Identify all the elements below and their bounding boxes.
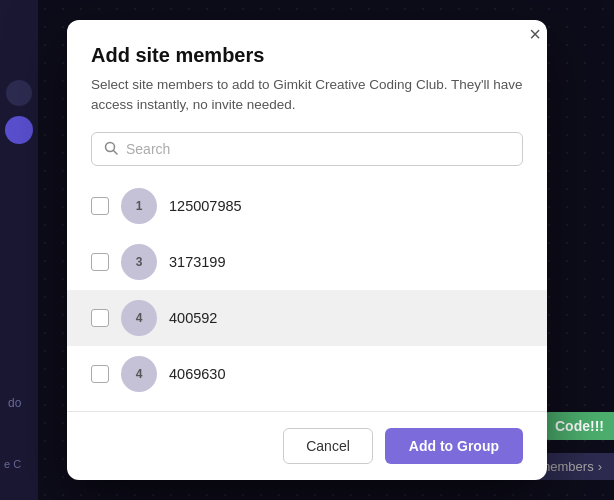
close-button[interactable]: × — [523, 20, 547, 48]
avatar: 4 — [121, 300, 157, 336]
member-name: 400592 — [169, 310, 217, 326]
svg-line-1 — [114, 150, 118, 154]
bg-text-do: do — [8, 396, 21, 410]
member-checkbox[interactable] — [91, 197, 109, 215]
modal-footer: Cancel Add to Group — [67, 411, 547, 480]
avatar: 3 — [121, 244, 157, 280]
search-container — [67, 116, 547, 174]
cancel-button[interactable]: Cancel — [283, 428, 373, 464]
members-list: 1125007985331731994400592440696304413730 — [67, 174, 547, 412]
member-checkbox[interactable] — [91, 309, 109, 327]
member-row[interactable]: 4400592 — [67, 290, 547, 346]
member-checkbox[interactable] — [91, 253, 109, 271]
member-name: 4069630 — [169, 366, 225, 382]
search-input[interactable] — [126, 141, 510, 157]
modal-title: Add site members — [91, 44, 523, 67]
members-label: members — [539, 459, 593, 474]
bg-text-gc: e C — [4, 458, 21, 470]
avatar: 4 — [121, 356, 157, 392]
search-box — [91, 132, 523, 166]
modal-subtitle: Select site members to add to Gimkit Cre… — [91, 75, 523, 116]
member-name: 125007985 — [169, 198, 242, 214]
add-members-modal: Add site members Select site members to … — [67, 20, 547, 480]
search-icon — [104, 141, 118, 157]
member-row[interactable]: 33173199 — [67, 234, 547, 290]
avatar: 1 — [121, 188, 157, 224]
bg-code-button: Code!!! — [545, 412, 614, 440]
member-row[interactable]: 1125007985 — [67, 178, 547, 234]
chevron-down-icon: › — [598, 459, 602, 474]
modal-header: Add site members Select site members to … — [67, 20, 547, 116]
member-checkbox[interactable] — [91, 365, 109, 383]
sidebar-hint — [0, 0, 38, 500]
member-name: 3173199 — [169, 254, 225, 270]
sidebar-icon-2 — [5, 116, 33, 144]
member-row[interactable]: 4413730 — [67, 402, 547, 412]
sidebar-icon-1 — [6, 80, 32, 106]
member-row[interactable]: 44069630 — [67, 346, 547, 402]
add-to-group-button[interactable]: Add to Group — [385, 428, 523, 464]
